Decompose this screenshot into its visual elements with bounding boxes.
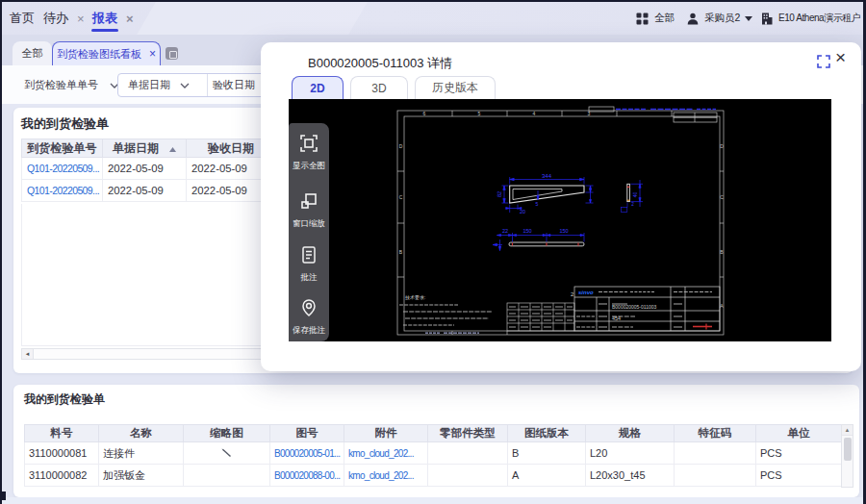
building-icon (761, 13, 773, 25)
cad-scale-mark (693, 324, 712, 330)
items-table-vscrollbar[interactable]: ▲ (841, 424, 853, 488)
cad-bottom-view (509, 242, 584, 246)
fit-view-label: 显示全图 (290, 160, 328, 171)
svg-text:技术要求:: 技术要求: (405, 294, 425, 301)
attachment-link[interactable]: kmo_cloud_202... (348, 470, 414, 481)
filter-doc-date[interactable]: 单据日期 (128, 74, 190, 96)
cad-zone-labels: 6 5 4 3 D C B A D C B (399, 111, 725, 309)
svg-text:150: 150 (522, 228, 531, 234)
modal-tab-history[interactable]: 历史版本 (415, 76, 496, 99)
spec-cell: L20 (590, 447, 607, 459)
tab-options-button[interactable] (166, 47, 178, 60)
page-tab-close-icon[interactable]: × (149, 47, 156, 61)
date-filter-group: 单据日期 验收日期 (117, 73, 281, 97)
cad-dimension-lines (493, 177, 643, 251)
close-icon[interactable]: × (835, 48, 846, 67)
window-border-left (0, 0, 2, 504)
filter-doc-date-label: 单据日期 (128, 78, 170, 92)
items-col-drawing-version[interactable]: 图纸版本 (508, 425, 586, 442)
cad-tech-notes: 技术要求: (399, 294, 493, 325)
drawing-no-link[interactable]: B000020088-00... (274, 470, 340, 481)
save-annotation-label: 保存批注 (290, 324, 328, 336)
items-col-drawing-no[interactable]: 图号 (270, 425, 344, 442)
window-zoom-button[interactable]: 窗口缩放 (289, 191, 329, 230)
drawing-version-cell: A (512, 469, 519, 481)
items-col-thumbnail[interactable]: 缩略图 (184, 425, 270, 442)
cad-inner-frame (404, 116, 720, 331)
annotate-label: 批注 (290, 271, 328, 283)
window-zoom-icon (299, 191, 318, 211)
navbar-right: 全部 采购员2 (2, 2, 863, 35)
svg-text:20: 20 (520, 209, 525, 214)
attachment-link[interactable]: kmo_cloud_202... (348, 448, 414, 459)
items-panel-title: 我的到货检验单 (24, 391, 105, 408)
svg-text:344: 344 (542, 173, 552, 179)
cad-drawing[interactable]: 6 5 4 3 D C B A D C B (289, 99, 831, 341)
svg-text:D: D (399, 143, 403, 149)
unit-cell: PCS (760, 447, 782, 459)
annotate-icon (300, 245, 318, 265)
app-window: 首页 待办 × 报表 × 全部 (0, 0, 866, 504)
svg-text:6: 6 (423, 111, 426, 116)
svg-text:5: 5 (536, 201, 539, 207)
thumbnail-sketch-icon[interactable] (220, 447, 233, 458)
cad-material: 454 (612, 315, 621, 321)
cad-dimension-labels: 344 82 20 5 40 2 22 150 150 (497, 173, 638, 234)
user-menu[interactable]: 采购员2 (687, 2, 758, 35)
order-no-link[interactable]: Q101-20220509... (27, 185, 99, 196)
items-col-name[interactable]: 名称 (99, 425, 184, 442)
svg-text:C: C (399, 194, 403, 200)
fit-view-icon (299, 134, 318, 153)
annotate-button[interactable]: 批注 (289, 245, 329, 284)
page-tab-all[interactable]: 全部 (13, 41, 52, 65)
filter-order-no[interactable]: 到货检验单单号 (24, 73, 119, 97)
svg-text:D: D (720, 143, 724, 149)
items-table: 料号 名称 缩略图 图号 附件 零部件类型 图纸版本 规格 特征码 单位 311… (24, 424, 842, 487)
unit-cell: PCS (760, 469, 782, 481)
items-row[interactable]: 3110000081 连接件 B000020005-01... kmo_clou… (25, 442, 842, 465)
expand-icon[interactable] (817, 55, 830, 68)
save-annotation-button[interactable]: 保存批注 (289, 298, 329, 337)
items-col-attachment[interactable]: 附件 (344, 425, 428, 442)
items-col-part-type[interactable]: 零部件类型 (428, 425, 508, 442)
window-zoom-label: 窗口缩放 (290, 217, 328, 229)
filter-divider (207, 74, 208, 96)
order-no-link[interactable]: Q101-20220509... (27, 163, 99, 174)
cad-front-view (510, 186, 584, 203)
user-name: 采购员2 (704, 12, 740, 25)
cad-drawing-no: B000020005-011003 (612, 304, 657, 310)
fit-view-button[interactable]: 显示全图 (289, 134, 329, 172)
modal-tab-2d[interactable]: 2D (292, 76, 344, 99)
svg-text:5: 5 (478, 111, 481, 116)
svg-text:B: B (399, 249, 403, 255)
user-icon (687, 13, 699, 25)
modal-tab-3d[interactable]: 3D (350, 76, 408, 99)
cad-revision-table (507, 303, 574, 331)
save-annotation-icon (299, 298, 318, 317)
modal-title: B000020005-011003 详情 (308, 55, 452, 72)
viewer-toolbar: 显示全图 窗口缩放 (289, 123, 329, 341)
items-col-unit[interactable]: 单位 (756, 425, 842, 442)
top-navbar: 首页 待办 × 报表 × 全部 (2, 2, 863, 35)
cad-outer-frame (397, 111, 724, 335)
items-col-item-no[interactable]: 料号 (25, 425, 99, 442)
orders-col-order-no[interactable]: 到货检验单号 (22, 139, 103, 158)
orders-col-doc-date[interactable]: 单据日期 (103, 139, 187, 158)
scroll-up-button[interactable]: ▲ (842, 425, 853, 436)
page-tab-dashboard[interactable]: 到货检验图纸看板 × (52, 41, 161, 65)
items-row[interactable]: 3110000082 加强钣金 B000020088-00... kmo_clo… (25, 465, 842, 487)
sort-asc-icon[interactable] (169, 147, 176, 152)
doc-date-cell: 2022-05-09 (108, 163, 164, 174)
drawing-no-link[interactable]: B000020005-01... (274, 448, 340, 459)
svg-text:40: 40 (632, 192, 638, 198)
orders-panel-title: 我的到货检验单 (21, 115, 109, 133)
tenant-menu[interactable]: E10 Athena演示租户 (761, 2, 866, 35)
items-panel: 我的到货检验单 料号 名称 缩略图 图号 附件 零部件类型 图纸版本 规格 特征… (13, 385, 859, 497)
cad-part-zone-no: 2 (571, 291, 574, 297)
all-apps-button[interactable]: 全部 (636, 2, 675, 35)
grid-icon (636, 13, 649, 25)
scrollbar-thumb[interactable] (844, 438, 852, 461)
items-col-feature-code[interactable]: 特征码 (675, 425, 756, 442)
items-col-spec[interactable]: 规格 (586, 425, 675, 442)
scroll-left-button[interactable]: ◂ (22, 349, 34, 359)
